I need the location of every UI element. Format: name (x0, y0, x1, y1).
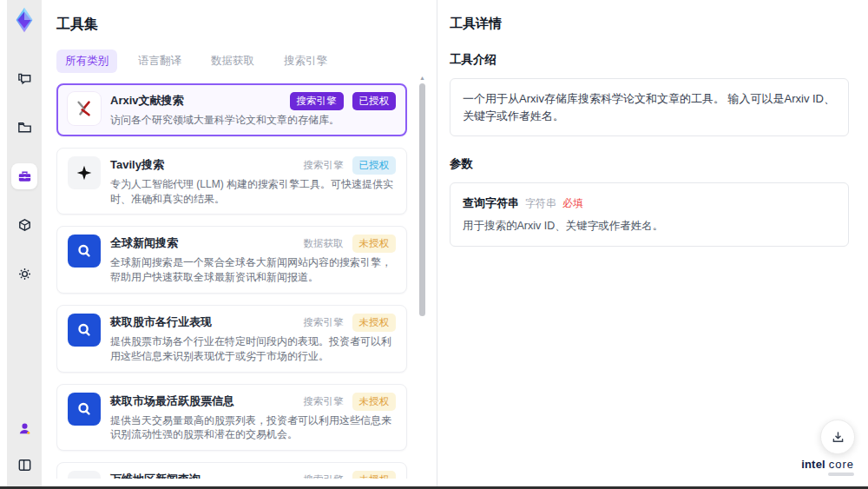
tool-list: Arxiv文献搜索 搜索引擎 已授权 访问各个研究领域大量科学论文和文章的存储库… (56, 83, 437, 479)
newspaper-icon (68, 471, 101, 479)
category-label: 数据获取 (304, 237, 344, 250)
auth-badge: 未授权 (352, 314, 397, 332)
list-scrollbar[interactable]: ▲ (419, 75, 425, 483)
category-label: 搜索引擎 (304, 159, 344, 172)
cube-icon (16, 217, 33, 234)
split-panel-icon (16, 457, 33, 473)
app-logo-icon[interactable] (10, 5, 39, 35)
auth-badge: 已授权 (352, 92, 397, 110)
download-icon (831, 430, 845, 445)
arxiv-x-icon (68, 92, 101, 125)
brand-word-intel: intel (801, 458, 825, 471)
window-left-edge (0, 0, 7, 486)
tool-card-arxiv[interactable]: Arxiv文献搜索 搜索引擎 已授权 访问各个研究领域大量科学论文和文章的存储库… (56, 83, 407, 136)
sidebar-item-settings[interactable] (11, 261, 37, 287)
tool-description: 全球新闻搜索是一个聚合全球各大新闻网站内容的搜索引擎，帮助用户快速获取全球最新资… (110, 255, 396, 285)
magnifier-q-icon (68, 235, 101, 268)
sidebar-item-models[interactable] (11, 212, 37, 238)
tab-all-categories[interactable]: 所有类别 (56, 50, 117, 73)
category-badge: 搜索引擎 (290, 92, 344, 110)
tool-details-panel: 工具详情 工具介绍 一个用于从Arxiv存储库搜索科学论文和文章的工具。 输入可… (437, 0, 868, 486)
tool-name: 万维地区新闻查询 (110, 471, 297, 479)
tavily-star-icon (68, 156, 101, 189)
intro-box: 一个用于从Arxiv存储库搜索科学论文和文章的工具。 输入可以是Arxiv ID… (450, 78, 849, 136)
folder-icon (16, 120, 33, 136)
auth-badge: 未授权 (352, 235, 397, 253)
magnifier-q-icon (68, 314, 101, 347)
category-label: 搜索引擎 (304, 473, 344, 479)
briefcase-icon (16, 169, 33, 185)
sidebar-item-files[interactable] (11, 115, 37, 141)
tool-description: 提供当天交易量最高的股票列表，投资者可以利用这些信息来识别流动性强的股票和潜在的… (110, 413, 396, 443)
tool-list-panel: 工具集 所有类别 语言翻译 数据获取 搜索引擎 Arxiv文献搜索 (42, 0, 437, 486)
intel-core-logo: intel core (801, 458, 854, 476)
tab-translation[interactable]: 语言翻译 (129, 50, 190, 73)
category-label: 搜索引擎 (304, 316, 344, 329)
sidebar-item-panels[interactable] (11, 452, 37, 478)
param-card: 查询字符串 字符串 必填 用于搜索的Arxiv ID、关键字或作者姓名。 (450, 182, 849, 247)
tool-description: 提供股票市场各个行业在特定时间段内的表现。投资者可以利用这些信息来识别表现优于或… (110, 334, 396, 364)
auth-badge: 已授权 (352, 156, 397, 175)
details-title: 工具详情 (450, 16, 849, 32)
magnifier-q-icon (68, 393, 101, 426)
user-icon (16, 420, 33, 437)
category-tabs: 所有类别 语言翻译 数据获取 搜索引擎 (56, 50, 437, 73)
params-heading: 参数 (450, 156, 849, 172)
chat-icon (16, 71, 33, 88)
tab-search-engine[interactable]: 搜索引擎 (275, 50, 336, 73)
tool-name: 获取市场最活跃股票信息 (110, 393, 297, 408)
tool-description: 专为人工智能代理 (LLM) 构建的搜索引擎工具。可快速提供实时、准确和真实的结… (110, 177, 396, 207)
category-label: 搜索引擎 (304, 395, 344, 408)
download-button[interactable] (820, 420, 855, 454)
sidebar (7, 0, 42, 486)
scrollbar-up-arrow[interactable]: ▲ (419, 75, 425, 81)
app-window: 工具集 所有类别 语言翻译 数据获取 搜索引擎 Arxiv文献搜索 (0, 0, 868, 486)
tool-card-active-stocks[interactable]: 获取市场最活跃股票信息 搜索引擎 未授权 提供当天交易量最高的股票列表，投资者可… (56, 384, 407, 452)
tool-name: 获取股市各行业表现 (110, 314, 297, 329)
sidebar-item-chat[interactable] (11, 66, 37, 92)
tool-name: Tavily搜索 (110, 156, 297, 172)
tab-data-fetch[interactable]: 数据获取 (202, 50, 263, 73)
page-title: 工具集 (56, 16, 437, 34)
param-name: 查询字符串 (463, 195, 519, 211)
param-description: 用于搜索的Arxiv ID、关键字或作者姓名。 (463, 219, 836, 234)
sidebar-item-toolbox[interactable] (11, 163, 37, 189)
auth-badge: 未授权 (352, 471, 397, 479)
brand-word-core: core (829, 458, 854, 471)
param-required-badge: 必填 (562, 196, 583, 211)
brand-sub-mark (828, 472, 854, 476)
tool-card-regional-news[interactable]: 万维地区新闻查询 搜索引擎 未授权 查询具体行政区划内的新闻，快速了解各地新闻动 (56, 462, 407, 479)
param-type: 字符串 (525, 196, 556, 211)
intro-heading: 工具介绍 (450, 52, 849, 68)
tool-name: 全球新闻搜索 (110, 235, 297, 250)
auth-badge: 未授权 (352, 393, 397, 411)
sidebar-item-user[interactable] (11, 415, 37, 441)
tool-card-sector-performance[interactable]: 获取股市各行业表现 搜索引擎 未授权 提供股票市场各个行业在特定时间段内的表现。… (56, 305, 407, 373)
scrollbar-thumb[interactable] (419, 83, 425, 316)
gear-icon (16, 266, 33, 282)
tool-description: 访问各个研究领域大量科学论文和文章的存储库。 (110, 113, 396, 128)
tool-name: Arxiv文献搜索 (110, 92, 283, 108)
tool-card-global-news[interactable]: 全球新闻搜索 数据获取 未授权 全球新闻搜索是一个聚合全球各大新闻网站内容的搜索… (56, 226, 407, 294)
tool-card-tavily[interactable]: Tavily搜索 搜索引擎 已授权 专为人工智能代理 (LLM) 构建的搜索引擎… (56, 148, 407, 215)
